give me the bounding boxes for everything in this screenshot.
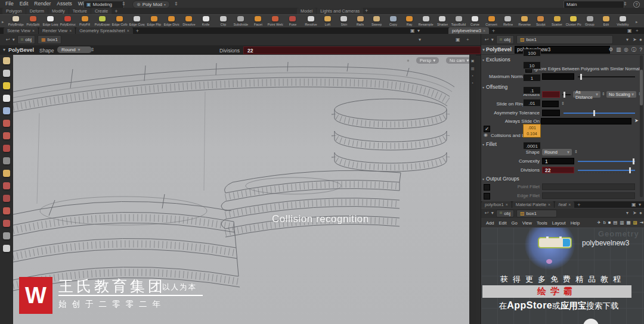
display-option-icon[interactable]: • [472, 74, 473, 77]
slider-knob[interactable] [593, 110, 595, 116]
viewport-tool-icon[interactable] [3, 57, 10, 64]
shelf-tool[interactable]: PolyExpand2D [94, 16, 111, 26]
viewport-tool-icon[interactable] [3, 82, 10, 89]
network-menu-item[interactable]: Tools [534, 220, 550, 226]
persp-button[interactable]: Persp ▾ [416, 57, 439, 64]
shelf-tool[interactable]: Fuse [284, 16, 301, 26]
shelf-tool[interactable]: PolySplit [24, 16, 42, 26]
gear-icon[interactable]: ⚙ [609, 46, 614, 54]
node-display-flag[interactable] [563, 239, 570, 247]
viewport-tool-icon[interactable] [3, 132, 10, 139]
divisions-field[interactable]: 22 [542, 167, 574, 173]
close-icon[interactable]: × [127, 29, 129, 33]
shelf-tool[interactable]: Group [582, 16, 599, 26]
display-option-icon[interactable]: ▣ [471, 58, 475, 63]
shelf-tool[interactable]: Scatter [549, 16, 566, 26]
ladder-cell[interactable]: 1 [523, 74, 541, 82]
shelf-tool[interactable]: Resample [418, 16, 435, 26]
shelf-tool[interactable]: Shatter [434, 16, 451, 26]
convexity-field[interactable]: 1 [542, 158, 574, 164]
section-fillet[interactable]: ▾Fillet [482, 141, 497, 147]
cursor-flag-icon[interactable]: ➤ [634, 119, 639, 123]
network-menu-item[interactable]: Layout [550, 220, 568, 226]
shape-dropdown[interactable]: Round▾ [542, 149, 572, 155]
shelf-add-tab-icon[interactable]: + [112, 8, 120, 14]
network-menu-item[interactable]: View [520, 220, 534, 226]
shelf-tool[interactable]: PolyFill [76, 16, 94, 26]
shelf-tool[interactable]: PolyBridge [7, 16, 24, 26]
add-pane-tab-icon[interactable]: + [575, 202, 583, 208]
shelf-tab[interactable]: Create [91, 8, 112, 14]
asym-slider[interactable] [564, 113, 635, 114]
ladder-active-cell[interactable]: .001 0.104 [523, 124, 541, 138]
display-option-icon[interactable]: ▥ [471, 66, 475, 70]
network-menu-item[interactable]: Add [484, 220, 497, 226]
play-button[interactable] [583, 319, 599, 324]
network-toolbar-icon[interactable]: ⇥ [640, 220, 643, 225]
snapshot-icon[interactable]: ● [407, 58, 410, 63]
viewport-tool-icon[interactable] [3, 70, 10, 77]
add-pane-icon[interactable]: + [636, 29, 639, 33]
display-option-icon[interactable]: • [472, 81, 473, 85]
viewport-tool-icon[interactable] [3, 220, 10, 227]
scrollbar-handle[interactable] [640, 70, 643, 105]
viewport-tool-icon[interactable] [3, 107, 10, 114]
shelf-tool[interactable]: Edit [598, 16, 615, 26]
slider-knob[interactable] [629, 167, 631, 173]
viewport-tool-icon[interactable] [3, 157, 10, 164]
shelf-tab[interactable]: Deform [26, 8, 48, 14]
close-icon[interactable]: × [483, 29, 485, 33]
op-divisions-field[interactable]: 22 [243, 46, 481, 54]
slider-knob[interactable] [564, 92, 565, 98]
shelf-tool[interactable]: Visibility [615, 16, 631, 26]
section-offsetting[interactable]: ▾Offsetting [482, 84, 507, 90]
back-icon[interactable]: ↩ [485, 211, 489, 216]
close-icon[interactable]: × [568, 202, 571, 207]
updown-icon[interactable]: ⇕ [574, 149, 578, 154]
pane-tab[interactable]: poly/box1× [481, 201, 512, 208]
viewport-tool-icon[interactable] [3, 95, 10, 102]
scaling-dropdown[interactable]: No Scaling▾ [606, 91, 636, 98]
pin-icon[interactable]: ➤ [633, 211, 637, 216]
divisions-slider[interactable] [578, 170, 635, 171]
help-icon[interactable]: ? [639, 46, 642, 54]
viewport-tool-icon[interactable] [3, 245, 10, 252]
help-icon[interactable]: ? [633, 1, 640, 8]
collisions-icon[interactable]: ◉ [484, 133, 488, 138]
section-output-groups[interactable]: ▾Output Groups [482, 176, 519, 182]
path-dropdown-icon[interactable]: ▾ [626, 211, 628, 216]
menu-item[interactable]: Assets [54, 0, 75, 8]
path-node-chip[interactable]: ▨box1 [516, 210, 557, 217]
op-caret-icon[interactable]: ▾ [3, 48, 5, 52]
network-toolbar-icon[interactable]: b [603, 220, 606, 225]
mode-updown-icon[interactable]: ⇕ [174, 2, 178, 7]
shelf-tool[interactable]: Dissolve [180, 16, 197, 26]
close-icon[interactable]: × [32, 29, 35, 33]
shelf-tool[interactable]: Loft [320, 16, 336, 26]
history-dropdown-icon[interactable]: ▾ [13, 38, 15, 42]
slide-ring-field[interactable] [542, 101, 559, 107]
shelf-tool[interactable]: Sweep [369, 16, 385, 26]
polybevel-node[interactable] [538, 237, 572, 248]
path-root-chip[interactable]: ⌗obj [496, 210, 514, 217]
shelf-tool[interactable]: Point Weld [267, 16, 284, 26]
history-dropdown-icon[interactable]: ▾ [491, 38, 494, 42]
shelf-tool[interactable]: Sculpt [532, 16, 549, 26]
max-normal-angle-field[interactable] [542, 73, 574, 80]
shelf-tab[interactable]: Model [297, 8, 316, 14]
close-icon[interactable]: × [69, 29, 72, 33]
collapse-icon[interactable]: ▾ [482, 48, 485, 52]
link-icon[interactable]: ● [639, 38, 642, 42]
shelf-tool[interactable]: Edge Collapse [111, 16, 128, 26]
close-icon[interactable]: × [548, 202, 550, 207]
viewport-tool-icon[interactable] [3, 170, 10, 177]
max-normal-angle-slider[interactable] [578, 76, 635, 77]
menu-item[interactable]: Render [31, 0, 54, 8]
shelf-tool[interactable]: Revolve [303, 16, 320, 26]
shelf-tool[interactable]: Refine [500, 16, 516, 26]
node-input-connector[interactable] [546, 236, 549, 238]
shelf-tool[interactable]: Skin [336, 16, 352, 26]
shelf-tool[interactable]: Copy [385, 16, 402, 26]
back-icon[interactable]: ↩ [6, 38, 10, 42]
path-dropdown-icon[interactable]: ▾ [419, 38, 421, 42]
